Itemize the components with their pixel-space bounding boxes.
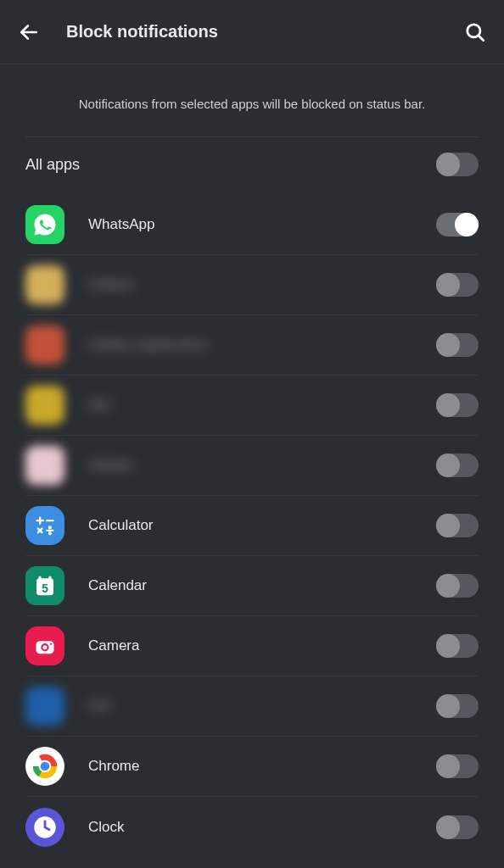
svg-text:5: 5: [42, 582, 48, 595]
toggle-knob: [436, 815, 460, 839]
calendar-icon: 5: [25, 566, 64, 605]
app-name-label: Hidden Application: [88, 337, 436, 353]
app-row: Hidden: [25, 255, 479, 315]
app-name-label: Chrome: [88, 758, 436, 775]
blur5-icon: [25, 687, 64, 726]
app-name-label: Clock: [88, 819, 436, 836]
page-title: Block notifications: [66, 22, 463, 42]
app-toggle[interactable]: [436, 273, 479, 297]
app-toggle[interactable]: [436, 333, 479, 357]
blur3-icon: [25, 386, 64, 425]
svg-point-8: [49, 526, 51, 528]
svg-point-17: [42, 645, 47, 649]
svg-rect-13: [48, 576, 51, 581]
app-row: Camera: [25, 616, 479, 676]
search-icon: [464, 21, 486, 43]
toggle-knob: [436, 694, 460, 718]
app-toggle[interactable]: [436, 694, 479, 718]
all-apps-label: All apps: [25, 156, 436, 174]
app-toggle[interactable]: [436, 574, 479, 598]
app-list: WhatsAppHiddenHidden ApplicationHidHidde…: [0, 195, 504, 857]
app-name-label: Camera: [88, 637, 436, 654]
toggle-knob: [455, 213, 479, 236]
toggle-knob: [436, 754, 460, 778]
app-toggle[interactable]: [436, 815, 479, 839]
blur4-icon: [25, 446, 64, 485]
app-row: Hidden: [25, 436, 479, 496]
arrow-left-icon: [18, 21, 40, 43]
svg-point-21: [41, 762, 49, 771]
app-name-label: Hid: [88, 698, 436, 715]
app-toggle[interactable]: [436, 393, 479, 417]
app-name-label: Hidden: [88, 276, 436, 293]
app-toggle[interactable]: [436, 754, 479, 778]
blur1-icon: [25, 265, 64, 304]
clock-icon: [25, 808, 64, 847]
app-row: Hid: [25, 376, 479, 436]
camera-icon: [25, 626, 64, 665]
description-text: Notifications from selected apps will be…: [0, 64, 504, 136]
app-toggle[interactable]: [436, 634, 479, 658]
toggle-knob: [436, 574, 460, 598]
toggle-knob: [436, 634, 460, 658]
app-row: Calculator: [25, 496, 479, 556]
all-apps-row: All apps: [0, 137, 504, 195]
toggle-knob: [436, 333, 460, 357]
svg-point-18: [50, 643, 52, 645]
back-button[interactable]: [17, 20, 41, 44]
toggle-knob: [436, 273, 460, 297]
app-name-label: Calendar: [88, 577, 436, 594]
app-name-label: Hid: [88, 397, 436, 414]
app-name-label: WhatsApp: [88, 216, 436, 233]
app-row: Chrome: [25, 737, 479, 797]
app-toggle[interactable]: [436, 514, 479, 537]
calculator-icon: [25, 506, 64, 545]
search-button[interactable]: [463, 20, 487, 44]
app-row: Hid: [25, 676, 479, 737]
app-toggle[interactable]: [436, 213, 479, 236]
app-row: Hidden Application: [25, 315, 479, 376]
whatsapp-icon: [25, 205, 64, 244]
toggle-knob: [436, 393, 460, 417]
toggle-knob: [436, 153, 460, 176]
header: Block notifications: [0, 0, 504, 64]
app-row: Clock: [25, 797, 479, 857]
svg-point-9: [49, 532, 51, 534]
app-toggle[interactable]: [436, 453, 479, 477]
toggle-knob: [436, 514, 460, 537]
all-apps-toggle[interactable]: [436, 153, 479, 176]
app-name-label: Calculator: [88, 517, 436, 534]
blur2-icon: [25, 326, 64, 364]
svg-rect-12: [39, 576, 42, 581]
svg-line-2: [479, 35, 484, 40]
app-name-label: Hidden: [88, 457, 436, 474]
app-row: WhatsApp: [25, 195, 479, 255]
toggle-knob: [436, 453, 460, 477]
chrome-icon: [25, 747, 64, 786]
app-row: 5Calendar: [25, 556, 479, 616]
